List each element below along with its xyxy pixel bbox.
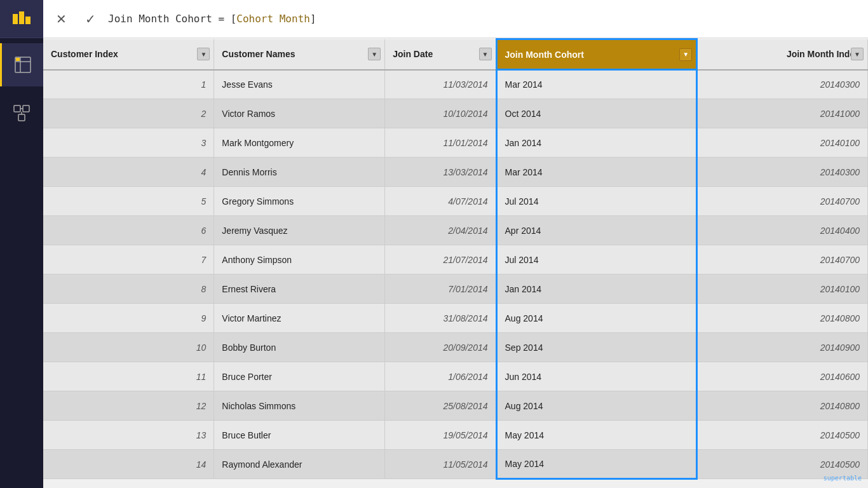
cell-join-date: 7/01/2014 [385,274,496,304]
cell-join-month-index: 20140800 [697,391,868,421]
cell-join-date: 20/09/2014 [385,333,496,362]
filter-join-month-index[interactable]: ▼ [851,48,864,60]
svg-rect-8 [23,105,29,112]
svg-rect-0 [13,14,18,24]
watermark: supertable [824,475,862,482]
cell-join-month-index: 20140400 [697,216,868,245]
cell-join-month-cohort: Apr 2014 [496,216,697,245]
cell-customer-name: Dennis Morris [214,158,385,187]
table-row: 10Bobby Burton20/09/2014Sep 201420140900 [43,333,868,362]
cell-customer-name: Victor Martinez [214,304,385,333]
header-join-month-cohort: Join Month Cohort ▼ [496,39,697,70]
cell-join-month-cohort: Mar 2014 [496,158,697,187]
cell-join-date: 4/07/2014 [385,187,496,216]
table-row: 9Victor Martinez31/08/2014Aug 2014201408… [43,304,868,333]
table-row: 2Victor Ramos10/10/2014Oct 201420141000 [43,99,868,128]
filter-join-date[interactable]: ▼ [479,48,492,60]
cell-join-month-index: 20140500 [697,421,868,450]
cell-join-date: 25/08/2014 [385,391,496,421]
cell-customer-name: Bobby Burton [214,333,385,362]
svg-rect-7 [14,105,20,112]
table-row: 14Raymond Alexander11/05/2014May 2014201… [43,450,868,479]
cell-join-month-index: 20140100 [697,128,868,158]
sidebar-logo [0,0,43,38]
cell-customer-name: Ernest Rivera [214,274,385,304]
cell-join-month-cohort: Jul 2014 [496,187,697,216]
cell-join-date: 13/03/2014 [385,158,496,187]
cell-join-month-cohort: Aug 2014 [496,304,697,333]
cell-join-month-cohort: Jan 2014 [496,128,697,158]
filter-join-month-cohort[interactable]: ▼ [679,48,692,61]
cell-customer-index: 3 [43,128,214,158]
cell-join-month-cohort: Jan 2014 [496,274,697,304]
header-join-month-index: Join Month Index ▼ [697,39,868,70]
cell-customer-index: 11 [43,362,214,391]
cell-join-date: 11/03/2014 [385,70,496,99]
cell-join-month-index: 20140800 [697,304,868,333]
table-row: 11Bruce Porter1/06/2014Jun 201420140600 [43,362,868,391]
cell-customer-name: Victor Ramos [214,99,385,128]
cell-customer-index: 7 [43,245,214,274]
svg-rect-6 [16,58,20,61]
formula-cohort-highlight: Cohort Month [236,13,310,25]
cell-join-date: 10/10/2014 [385,99,496,128]
cell-join-date: 2/04/2014 [385,216,496,245]
formula-text-suffix: ] [310,13,316,25]
cell-customer-name: Anthony Simpson [214,245,385,274]
cell-join-month-cohort: Jun 2014 [496,362,697,391]
cell-customer-name: Nicholas Simmons [214,391,385,421]
cell-customer-index: 8 [43,274,214,304]
cell-customer-name: Bruce Porter [214,362,385,391]
sidebar-item-model[interactable] [0,92,43,135]
cell-join-month-index: 20140900 [697,333,868,362]
cell-customer-index: 9 [43,304,214,333]
table-body: 1Jesse Evans11/03/2014Mar 2014201403002V… [43,70,868,479]
cell-join-month-cohort: Oct 2014 [496,99,697,128]
accept-button[interactable]: ✓ [79,8,102,30]
cell-customer-name: Jesse Evans [214,70,385,99]
cell-join-date: 21/07/2014 [385,245,496,274]
table-row: 13Bruce Butler19/05/2014May 201420140500 [43,421,868,450]
cancel-button[interactable]: ✕ [50,8,72,30]
cell-join-date: 1/06/2014 [385,362,496,391]
formula-input[interactable]: Join Month Cohort = [Cohort Month] [108,13,862,25]
cell-join-date: 19/05/2014 [385,421,496,450]
cell-join-month-cohort: May 2014 [496,450,697,479]
cell-join-date: 11/01/2014 [385,128,496,158]
svg-rect-9 [18,114,25,121]
cell-customer-index: 14 [43,450,214,479]
table-row: 3Mark Montgomery11/01/2014Jan 2014201401… [43,128,868,158]
cell-join-month-cohort: Aug 2014 [496,391,697,421]
cell-customer-name: Gregory Simmons [214,187,385,216]
cell-join-date: 31/08/2014 [385,304,496,333]
cell-join-month-index: 20140700 [697,187,868,216]
sidebar-item-table[interactable] [0,43,43,86]
cell-join-month-cohort: Sep 2014 [496,333,697,362]
cell-customer-name: Mark Montgomery [214,128,385,158]
formula-text-prefix: Join Month Cohort = [ [108,13,236,25]
cell-customer-name: Raymond Alexander [214,450,385,479]
cell-join-month-index: 20140100 [697,274,868,304]
table-header-row: Customer Index ▼ Customer Names ▼ Join D… [43,39,868,70]
cell-customer-name: Bruce Butler [214,421,385,450]
main-area: ✕ ✓ Join Month Cohort = [Cohort Month] C… [43,0,868,488]
header-customer-index: Customer Index ▼ [43,39,214,70]
table-container: Customer Index ▼ Customer Names ▼ Join D… [43,38,868,488]
cell-customer-index: 13 [43,421,214,450]
cell-customer-index: 12 [43,391,214,421]
formula-bar: ✕ ✓ Join Month Cohort = [Cohort Month] [43,0,868,38]
cell-join-month-index: 20141000 [697,99,868,128]
cell-customer-index: 4 [43,158,214,187]
table-row: 5Gregory Simmons4/07/2014Jul 20142014070… [43,187,868,216]
filter-customer-index[interactable]: ▼ [197,48,210,60]
svg-rect-1 [19,11,24,24]
cell-join-month-cohort: Jul 2014 [496,245,697,274]
cell-join-month-index: 20140700 [697,245,868,274]
cell-join-month-cohort: May 2014 [496,421,697,450]
filter-customer-names[interactable]: ▼ [368,48,381,60]
svg-rect-2 [25,17,31,24]
header-join-date: Join Date ▼ [385,39,496,70]
cell-customer-index: 2 [43,99,214,128]
cell-join-month-cohort: Mar 2014 [496,70,697,99]
cell-customer-index: 5 [43,187,214,216]
